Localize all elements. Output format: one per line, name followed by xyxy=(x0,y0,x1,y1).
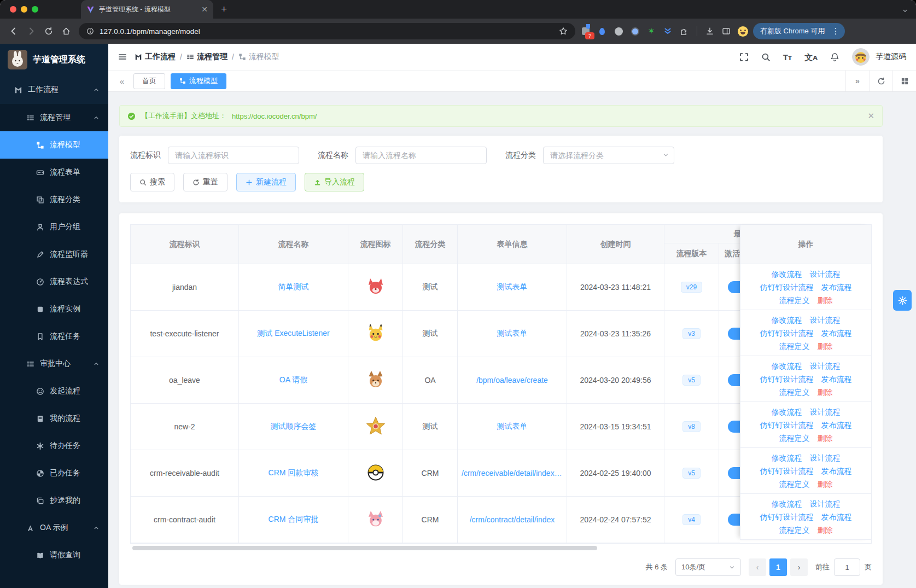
extension-6-icon[interactable] xyxy=(662,25,674,37)
layout-grid-icon[interactable] xyxy=(892,71,916,91)
alert-doc-link[interactable]: https://doc.iocoder.cn/bpm/ xyxy=(232,112,317,120)
active-toggle[interactable] xyxy=(728,328,740,340)
form-info-link[interactable]: 测试表单 xyxy=(497,282,528,292)
op-link[interactable]: 设计流程 xyxy=(810,406,841,417)
close-window-button[interactable] xyxy=(10,6,16,13)
op-link[interactable]: 仿钉钉设计流程 xyxy=(760,328,814,339)
model-name-link[interactable]: 简单测试 xyxy=(278,282,309,292)
form-info-link[interactable]: /crm/contract/detail/index xyxy=(470,515,555,524)
op-link[interactable]: 修改流程 xyxy=(772,315,802,325)
address-bar[interactable]: 127.0.0.1/bpm/manager/model xyxy=(79,23,575,39)
op-link[interactable]: 仿钉钉设计流程 xyxy=(760,420,814,430)
chrome-update-button[interactable]: 有新版 Chrome 可用 ⋮ xyxy=(753,23,845,39)
extension-4-icon[interactable] xyxy=(629,25,641,37)
op-link[interactable]: 仿钉钉设计流程 xyxy=(760,374,814,385)
model-name-link[interactable]: 测试顺序会签 xyxy=(271,422,317,432)
active-toggle[interactable] xyxy=(728,281,740,293)
tags-scroll-left-icon[interactable]: « xyxy=(114,77,130,86)
form-info-link[interactable]: 测试表单 xyxy=(497,422,528,432)
font-size-icon[interactable]: Tᴛ xyxy=(783,53,792,61)
import-model-button[interactable]: 导入流程 xyxy=(305,173,364,191)
op-link[interactable]: 修改流程 xyxy=(772,406,802,417)
op-link[interactable]: 仿钉钉设计流程 xyxy=(760,282,814,293)
profile-avatar[interactable] xyxy=(737,25,749,37)
op-link[interactable]: 仿钉钉设计流程 xyxy=(760,511,814,522)
op-link[interactable]: 修改流程 xyxy=(772,269,802,280)
home-button[interactable] xyxy=(58,23,74,39)
op-link[interactable]: 修改流程 xyxy=(772,452,802,463)
active-toggle[interactable] xyxy=(728,514,740,526)
sidebar-item-todo-task[interactable]: 待办任务 xyxy=(0,432,108,459)
op-link[interactable]: 发布流程 xyxy=(821,282,852,293)
bell-icon[interactable] xyxy=(830,53,839,62)
op-link[interactable]: 流程定义 xyxy=(779,433,810,444)
maximize-window-button[interactable] xyxy=(32,6,38,13)
new-tab-button[interactable]: + xyxy=(221,3,227,15)
url-text[interactable]: 127.0.0.1/bpm/manager/model xyxy=(100,27,553,36)
create-model-button[interactable]: 新建流程 xyxy=(236,173,296,191)
form-info-link[interactable]: /crm/receivable/detail/index ... xyxy=(462,469,563,478)
model-name-link[interactable]: OA 请假 xyxy=(279,375,307,385)
reload-button[interactable] xyxy=(40,23,57,39)
site-info-icon[interactable] xyxy=(86,27,94,35)
refresh-page-icon[interactable] xyxy=(869,71,892,91)
prev-page-button[interactable]: ‹ xyxy=(749,558,766,576)
op-link[interactable]: 设计流程 xyxy=(810,360,841,371)
language-icon[interactable]: 文ᴀ xyxy=(804,53,818,61)
browser-tab[interactable]: 芋道管理系统 - 流程模型 ✕ xyxy=(81,0,213,19)
sidebar-item-form[interactable]: 流程表单 xyxy=(0,159,108,186)
sidebar-item-expression[interactable]: 流程表达式 xyxy=(0,268,108,295)
collapse-menu-icon[interactable] xyxy=(118,53,127,61)
op-link[interactable]: 发布流程 xyxy=(821,328,852,339)
op-link[interactable]: 流程定义 xyxy=(779,479,810,490)
sidebar-item-task[interactable]: 流程任务 xyxy=(0,323,108,350)
filter-name-input[interactable] xyxy=(355,147,487,164)
sidebar-item-instance[interactable]: 流程实例 xyxy=(0,295,108,323)
horizontal-scrollbar[interactable] xyxy=(130,545,739,551)
minimize-window-button[interactable] xyxy=(21,6,27,13)
op-link[interactable]: 设计流程 xyxy=(810,498,841,509)
scrollbar-thumb[interactable] xyxy=(132,546,597,550)
active-toggle[interactable] xyxy=(728,374,740,386)
page-1-button[interactable]: 1 xyxy=(769,558,787,576)
op-link[interactable]: 发布流程 xyxy=(821,511,852,522)
theme-settings-button[interactable] xyxy=(893,290,912,311)
sidebar-item-user-group[interactable]: 用户分组 xyxy=(0,213,108,241)
back-button[interactable] xyxy=(5,23,22,39)
sidebar-item-cc-mine[interactable]: 抄送我的 xyxy=(0,487,108,514)
op-link[interactable]: 修改流程 xyxy=(772,360,802,371)
active-toggle[interactable] xyxy=(728,467,740,479)
app-logo[interactable]: 芋道管理系统 xyxy=(0,44,108,75)
tag-item[interactable]: 首页 xyxy=(133,73,165,89)
op-link[interactable]: 设计流程 xyxy=(810,315,841,325)
reset-button[interactable]: 重置 xyxy=(183,173,227,191)
breadcrumb-item[interactable]: 工作流程 xyxy=(135,52,176,62)
op-delete[interactable]: 删除 xyxy=(818,433,833,444)
op-link[interactable]: 仿钉钉设计流程 xyxy=(760,465,814,476)
extension-3-icon[interactable] xyxy=(612,25,625,37)
op-link[interactable]: 修改流程 xyxy=(772,498,802,509)
side-panel-icon[interactable] xyxy=(720,25,732,37)
op-delete[interactable]: 删除 xyxy=(818,387,833,398)
sidebar-item-category[interactable]: 流程分类 xyxy=(0,186,108,213)
sidebar-item-model[interactable]: 流程模型 xyxy=(0,131,108,159)
sidebar-item-approval-center[interactable]: 审批中心 xyxy=(0,350,108,377)
breadcrumb-item[interactable]: 流程模型 xyxy=(238,52,279,62)
op-link[interactable]: 流程定义 xyxy=(779,387,810,398)
extension-1-icon[interactable]: 7 xyxy=(580,25,592,37)
op-link[interactable]: 设计流程 xyxy=(810,452,841,463)
op-link[interactable]: 发布流程 xyxy=(821,465,852,476)
sidebar-item-workflow[interactable]: 工作流程 xyxy=(0,75,108,104)
op-link[interactable]: 流程定义 xyxy=(779,525,810,535)
next-page-button[interactable]: › xyxy=(790,558,808,576)
tag-active[interactable]: 流程模型 xyxy=(171,73,226,89)
sidebar-item-listener[interactable]: 流程监听器 xyxy=(0,241,108,268)
page-size-select[interactable]: 10条/页 xyxy=(675,558,741,576)
goto-page-input[interactable] xyxy=(834,558,860,576)
sidebar-item-oa-demo[interactable]: OA 示例 xyxy=(0,514,108,542)
sidebar-item-start-process[interactable]: 发起流程 xyxy=(0,377,108,405)
model-name-link[interactable]: CRM 回款审核 xyxy=(269,468,319,478)
tags-scroll-right-icon[interactable]: » xyxy=(845,71,869,91)
op-link[interactable]: 设计流程 xyxy=(810,269,841,280)
sidebar-item-process-mgmt[interactable]: 流程管理 xyxy=(0,104,108,131)
